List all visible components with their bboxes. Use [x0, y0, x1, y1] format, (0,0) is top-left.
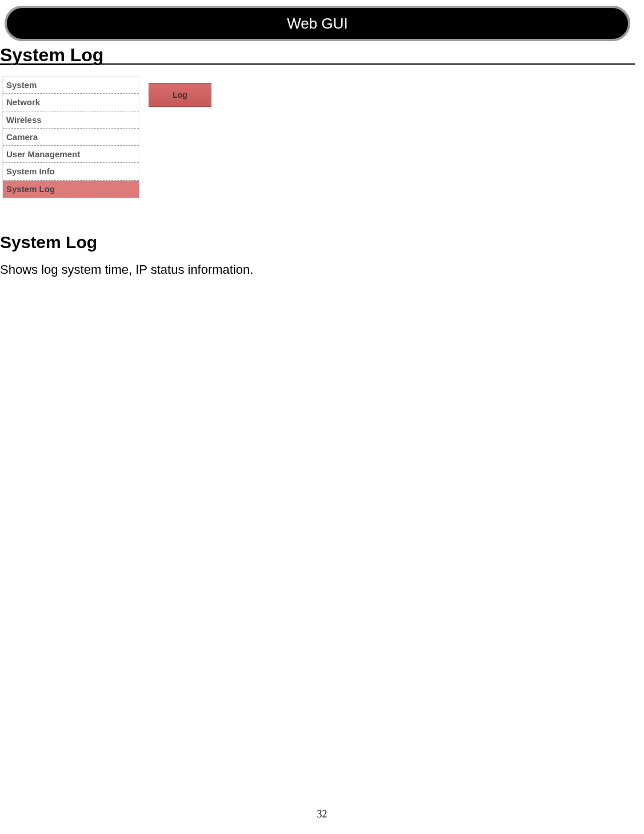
nav-item-network[interactable]: Network [3, 94, 139, 111]
nav-item-system-info[interactable]: System Info [3, 163, 139, 180]
tab-log[interactable]: Log [149, 83, 211, 107]
nav-item-system[interactable]: System [3, 77, 139, 94]
nav-item-user-management[interactable]: User Management [3, 146, 139, 163]
header-bar: Web GUI [5, 6, 630, 41]
page-number: 32 [0, 808, 644, 820]
content-heading: System Log [0, 233, 635, 252]
nav-item-wireless[interactable]: Wireless [3, 111, 139, 129]
content-block: System Log Shows log system time, IP sta… [0, 233, 635, 277]
side-nav: System Network Wireless Camera User Mana… [2, 76, 139, 198]
content-body: Shows log system time, IP status informa… [0, 262, 635, 277]
nav-item-system-log[interactable]: System Log [3, 181, 139, 198]
screenshot-area: System Network Wireless Camera User Mana… [2, 76, 635, 198]
header-title: Web GUI [287, 15, 347, 33]
tab-log-label: Log [173, 90, 187, 99]
nav-item-camera[interactable]: Camera [3, 129, 139, 146]
